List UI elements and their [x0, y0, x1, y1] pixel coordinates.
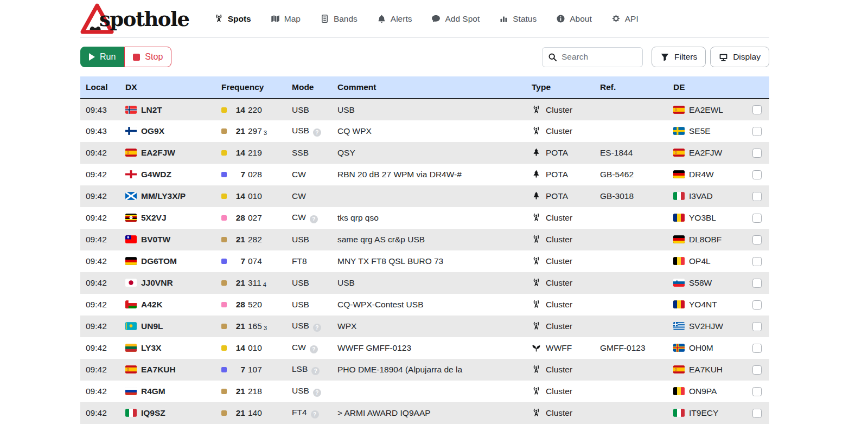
- spot-row[interactable]: 09:43LN2T14220USBUSBClusterEA2EWL: [80, 99, 769, 120]
- spothole-logo[interactable]: spothole: [80, 3, 189, 35]
- spot-checkbox[interactable]: [752, 127, 762, 136]
- dx-callsign[interactable]: EA2FJW: [141, 148, 175, 157]
- spot-row[interactable]: 09:42IQ9SZ21140FT4?> ARMI AWARD IQ9AAPCl…: [80, 402, 769, 424]
- display-button[interactable]: Display: [710, 47, 769, 67]
- spot-checkbox[interactable]: [752, 279, 762, 288]
- de-callsign[interactable]: EA7KUH: [689, 365, 723, 374]
- spot-row[interactable]: 09:42LY3X14010CW?WWFF GMFF-0123WWFFGMFF-…: [80, 337, 769, 359]
- col-ref[interactable]: Ref.: [596, 76, 669, 99]
- question-circle-icon[interactable]: ?: [310, 345, 318, 353]
- dx-callsign[interactable]: 5X2VJ: [141, 213, 167, 222]
- spot-row[interactable]: 09:42BV0TW21282USBsame qrg AS cr&p USBCl…: [80, 229, 769, 250]
- de-callsign[interactable]: DR4W: [689, 170, 714, 179]
- band-color-icon: [221, 345, 227, 351]
- question-circle-icon[interactable]: ?: [313, 389, 321, 397]
- question-circle-icon[interactable]: ?: [311, 410, 319, 418]
- spot-row[interactable]: 09:42JJ0VNR213114USBUSBClusterS58W: [80, 272, 769, 294]
- select-cell: [748, 142, 769, 164]
- de-callsign[interactable]: I3VAD: [689, 191, 713, 201]
- col-mode[interactable]: Mode: [288, 76, 333, 99]
- ref-code[interactable]: GB-5462: [600, 170, 634, 179]
- question-circle-icon[interactable]: ?: [313, 324, 321, 332]
- spot-checkbox[interactable]: [752, 365, 762, 375]
- spot-checkbox[interactable]: [752, 235, 762, 244]
- ref-code[interactable]: GMFF-0123: [600, 343, 646, 352]
- spot-checkbox[interactable]: [752, 344, 762, 353]
- col-dx[interactable]: DX: [121, 76, 217, 99]
- dx-callsign[interactable]: R4GM: [141, 387, 165, 396]
- ref-code[interactable]: ES-1844: [600, 148, 633, 157]
- spot-checkbox[interactable]: [752, 192, 762, 201]
- dx-callsign[interactable]: UN9L: [141, 321, 163, 331]
- dx-callsign[interactable]: BV0TW: [141, 235, 170, 244]
- col-de[interactable]: DE: [669, 76, 748, 99]
- col-comment[interactable]: Comment: [333, 76, 527, 99]
- spot-checkbox[interactable]: [752, 409, 762, 418]
- dx-callsign[interactable]: MM/LY3X/P: [141, 191, 186, 201]
- de-callsign[interactable]: YO3BL: [689, 213, 716, 222]
- filters-button[interactable]: Filters: [652, 47, 706, 67]
- de-callsign[interactable]: EA2FJW: [689, 148, 722, 157]
- nav-item-spots[interactable]: Spots: [214, 14, 251, 24]
- col-local[interactable]: Local: [80, 76, 121, 99]
- dx-callsign[interactable]: IQ9SZ: [141, 408, 165, 417]
- filter-icon: [660, 53, 669, 62]
- dx-callsign[interactable]: JJ0VNR: [141, 278, 173, 287]
- spot-checkbox[interactable]: [752, 387, 762, 396]
- spot-row[interactable]: 09:42MM/LY3X/P14010CWPOTAGB-3018I3VAD: [80, 185, 769, 207]
- nav-item-status[interactable]: Status: [499, 14, 537, 24]
- dx-callsign[interactable]: OG9X: [141, 126, 164, 136]
- spot-row[interactable]: 09:42EA7KUH7107LSB?PHO DME-18904 (Alpuja…: [80, 359, 769, 381]
- de-callsign[interactable]: ON9PA: [689, 387, 717, 396]
- nav-item-map[interactable]: Map: [271, 14, 301, 24]
- spot-row[interactable]: 09:425X2VJ28027CW?tks qrp qsoClusterYO3B…: [80, 207, 769, 229]
- dx-callsign[interactable]: G4WDZ: [141, 170, 171, 179]
- antenna-icon: [532, 126, 541, 136]
- nav-item-bands[interactable]: Bands: [320, 14, 358, 24]
- nav-item-api[interactable]: API: [611, 14, 639, 24]
- spot-checkbox[interactable]: [752, 214, 762, 223]
- nav-item-add-spot[interactable]: Add Spot: [431, 14, 480, 24]
- stop-button[interactable]: Stop: [124, 47, 171, 67]
- spot-checkbox[interactable]: [752, 170, 762, 179]
- de-callsign[interactable]: EA2EWL: [689, 105, 723, 114]
- type-label: Cluster: [546, 387, 572, 396]
- col-type[interactable]: Type: [527, 76, 596, 99]
- spot-row[interactable]: 09:43OG9X212973USB?CQ WPXClusterSE5E: [80, 120, 769, 142]
- de-callsign[interactable]: OH0M: [689, 343, 713, 352]
- question-circle-icon[interactable]: ?: [310, 215, 318, 223]
- nav-item-alerts[interactable]: Alerts: [377, 14, 412, 24]
- de-callsign[interactable]: YO4NT: [689, 300, 717, 309]
- map-icon: [271, 14, 280, 23]
- dx-callsign[interactable]: LY3X: [141, 343, 161, 352]
- dx-callsign[interactable]: LN2T: [141, 105, 162, 114]
- spot-checkbox[interactable]: [752, 149, 762, 158]
- spot-row[interactable]: 09:42DG6TOM7074FT8MNY TX FT8 QSL BURO 73…: [80, 250, 769, 272]
- question-circle-icon[interactable]: ?: [311, 367, 320, 375]
- spot-row[interactable]: 09:42UN9L211653USB?WPXClusterSV2HJW: [80, 315, 769, 337]
- de-callsign[interactable]: OP4L: [689, 256, 711, 266]
- de-callsign[interactable]: SV2HJW: [689, 321, 723, 331]
- it-flag-icon: [673, 192, 685, 200]
- spot-checkbox[interactable]: [752, 300, 762, 310]
- dx-callsign[interactable]: EA7KUH: [141, 365, 176, 374]
- spot-row[interactable]: 09:42R4GM21218USB?ClusterON9PA: [80, 381, 769, 402]
- de-callsign[interactable]: IT9ECY: [689, 408, 718, 417]
- spot-row[interactable]: 09:42EA2FJW14219SSBQSYPOTAES-1844EA2FJW: [80, 142, 769, 164]
- col-frequency[interactable]: Frequency: [217, 76, 288, 99]
- dx-callsign[interactable]: A42K: [141, 300, 163, 309]
- question-circle-icon[interactable]: ?: [313, 128, 321, 137]
- spot-checkbox[interactable]: [752, 257, 762, 266]
- de-callsign[interactable]: DL8OBF: [689, 235, 722, 244]
- spot-row[interactable]: 09:42A42K28520USBCQ-WPX-Contest USBClust…: [80, 294, 769, 315]
- run-button[interactable]: Run: [80, 47, 124, 67]
- nav-item-about[interactable]: About: [556, 14, 592, 24]
- spot-checkbox[interactable]: [752, 105, 762, 114]
- band-color-icon: [221, 367, 227, 372]
- ref-code[interactable]: GB-3018: [600, 191, 634, 201]
- de-callsign[interactable]: S58W: [689, 278, 712, 287]
- spot-row[interactable]: 09:42G4WDZ7028CWRBN 20 dB 27 WPM via DR4…: [80, 164, 769, 185]
- de-callsign[interactable]: SE5E: [689, 126, 711, 136]
- dx-callsign[interactable]: DG6TOM: [141, 256, 177, 266]
- spot-checkbox[interactable]: [752, 322, 762, 331]
